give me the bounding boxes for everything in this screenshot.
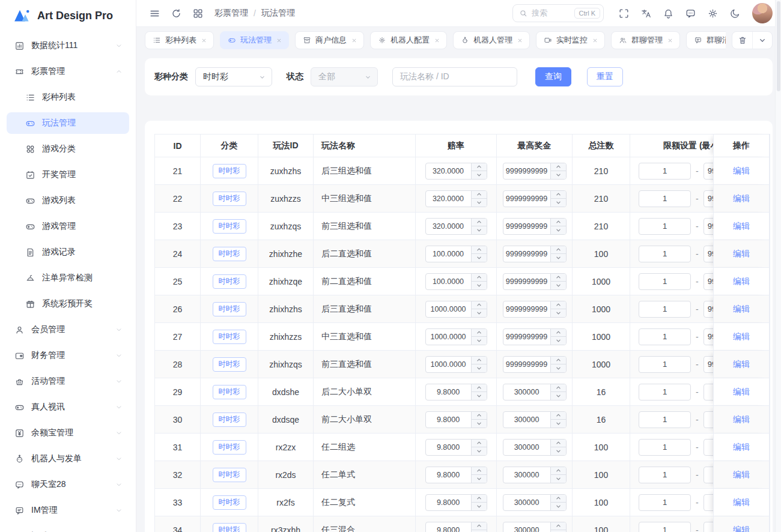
rate-input[interactable]: 100.0000 — [425, 273, 487, 290]
sidebar-item[interactable]: 会员管理 — [7, 319, 129, 340]
increase-icon[interactable] — [551, 384, 566, 393]
sidebar-item[interactable]: 游戏列表 — [7, 190, 129, 211]
sidebar-item[interactable]: 聊天室28 — [7, 474, 129, 495]
edit-button[interactable]: 编辑 — [733, 414, 750, 425]
decrease-icon[interactable] — [472, 475, 487, 483]
rate-input[interactable]: 9.8000 — [425, 522, 487, 532]
sidebar-item[interactable]: 开奖管理 — [7, 164, 129, 186]
rate-input[interactable]: 9.8000 — [425, 439, 487, 456]
increase-icon[interactable] — [551, 329, 566, 337]
decrease-icon[interactable] — [551, 171, 566, 179]
limit-min-input[interactable]: 1 — [639, 246, 691, 262]
increase-icon[interactable] — [472, 191, 487, 199]
max-prize-input[interactable]: 300000 — [503, 384, 567, 401]
rate-input[interactable]: 9.8000 — [425, 494, 487, 511]
decrease-icon[interactable] — [551, 420, 566, 428]
close-icon[interactable] — [276, 37, 282, 44]
fullscreen-icon[interactable] — [614, 4, 633, 23]
rate-input[interactable]: 9.8000 — [425, 411, 487, 428]
search-input[interactable]: 搜索 Ctrl K — [512, 4, 604, 22]
tab-item[interactable]: 玩法管理 — [220, 31, 289, 49]
decrease-icon[interactable] — [472, 337, 487, 345]
sidebar-item[interactable]: 彩票管理 — [7, 61, 129, 82]
decrease-icon[interactable] — [551, 364, 566, 372]
status-select[interactable]: 全部 — [311, 67, 378, 86]
bell-icon[interactable] — [658, 4, 678, 23]
tab-item[interactable]: 彩种列表 — [145, 31, 214, 49]
increase-icon[interactable] — [472, 301, 487, 310]
max-prize-input[interactable]: 9999999999 — [503, 301, 567, 318]
close-icon[interactable] — [517, 37, 523, 44]
max-prize-input[interactable]: 300000 — [503, 411, 567, 428]
edit-button[interactable]: 编辑 — [733, 470, 750, 480]
increase-icon[interactable] — [551, 495, 566, 503]
rate-input[interactable]: 9.8000 — [425, 384, 487, 401]
breadcrumb-item[interactable]: 彩票管理 — [214, 8, 248, 19]
close-icon[interactable] — [667, 37, 673, 44]
max-prize-input[interactable]: 300000 — [503, 439, 567, 456]
max-prize-input[interactable]: 9999999999 — [503, 190, 567, 207]
apps-grid-icon[interactable] — [188, 4, 207, 23]
increase-icon[interactable] — [472, 495, 487, 503]
moon-icon[interactable] — [725, 4, 744, 23]
increase-icon[interactable] — [551, 274, 566, 282]
limit-min-input[interactable]: 1 — [639, 411, 691, 428]
decrease-icon[interactable] — [472, 254, 487, 262]
decrease-icon[interactable] — [472, 199, 487, 207]
decrease-icon[interactable] — [551, 503, 566, 510]
decrease-icon[interactable] — [472, 392, 487, 400]
increase-icon[interactable] — [551, 191, 566, 199]
edit-button[interactable]: 编辑 — [733, 525, 750, 532]
max-prize-input[interactable]: 300000 — [503, 522, 567, 532]
increase-icon[interactable] — [472, 440, 487, 448]
tab-item[interactable]: 群聊消息 — [686, 31, 726, 49]
sidebar-item[interactable]: 数据统计111 — [7, 35, 129, 56]
increase-icon[interactable] — [472, 246, 487, 255]
rate-input[interactable]: 1000.0000 — [425, 328, 487, 345]
increase-icon[interactable] — [472, 467, 487, 476]
sidebar-item[interactable]: 游戏记录 — [7, 241, 129, 263]
decrease-icon[interactable] — [551, 199, 566, 207]
tab-item[interactable]: 机器人配置 — [370, 31, 447, 49]
limit-min-input[interactable]: 1 — [639, 439, 691, 456]
trash-icon[interactable] — [732, 32, 752, 49]
close-icon[interactable] — [434, 37, 440, 44]
sidebar-item[interactable]: 机器人与发单 — [7, 448, 129, 470]
decrease-icon[interactable] — [551, 226, 566, 234]
edit-button[interactable]: 编辑 — [733, 276, 750, 287]
sidebar-item[interactable]: 注单异常检测 — [7, 267, 129, 289]
limit-min-input[interactable]: 1 — [639, 218, 691, 235]
chat-dots-icon[interactable] — [681, 4, 700, 23]
increase-icon[interactable] — [472, 163, 487, 172]
decrease-icon[interactable] — [472, 282, 487, 289]
decrease-icon[interactable] — [551, 282, 566, 289]
edit-button[interactable]: 编辑 — [733, 387, 750, 397]
limit-min-input[interactable]: 1 — [639, 163, 691, 180]
sidebar-item[interactable]: 活动管理 — [7, 370, 129, 392]
max-prize-input[interactable]: 9999999999 — [503, 163, 567, 180]
increase-icon[interactable] — [551, 412, 566, 420]
max-prize-input[interactable]: 9999999999 — [503, 273, 567, 290]
increase-icon[interactable] — [472, 384, 487, 393]
decrease-icon[interactable] — [551, 254, 566, 262]
tab-item[interactable]: 群聊管理 — [611, 31, 680, 49]
sidebar-item[interactable]: 财务管理 — [7, 345, 129, 366]
increase-icon[interactable] — [472, 412, 487, 420]
edit-button[interactable]: 编辑 — [733, 193, 750, 204]
limit-min-input[interactable]: 1 — [639, 494, 691, 511]
decrease-icon[interactable] — [472, 503, 487, 510]
rate-input[interactable]: 320.0000 — [425, 163, 487, 180]
limit-min-input[interactable]: 1 — [639, 273, 691, 290]
edit-button[interactable]: 编辑 — [733, 221, 750, 232]
rate-input[interactable]: 100.0000 — [425, 246, 487, 262]
rate-input[interactable]: 320.0000 — [425, 218, 487, 235]
decrease-icon[interactable] — [551, 447, 566, 455]
decrease-icon[interactable] — [551, 309, 566, 317]
increase-icon[interactable] — [472, 522, 487, 531]
search-button[interactable]: 查询 — [535, 67, 571, 86]
decrease-icon[interactable] — [551, 392, 566, 400]
sidebar-item[interactable]: 彩种列表 — [7, 86, 129, 108]
increase-icon[interactable] — [551, 163, 566, 172]
reset-button[interactable]: 重置 — [587, 67, 623, 86]
increase-icon[interactable] — [551, 467, 566, 476]
